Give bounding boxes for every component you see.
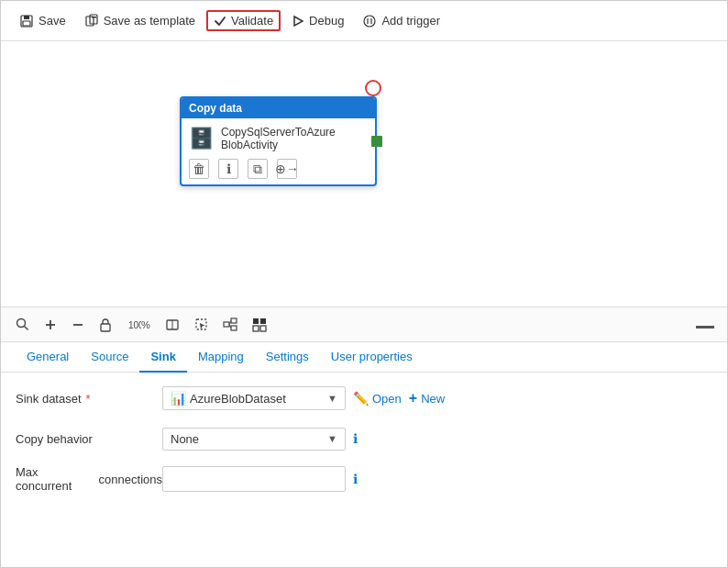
svg-point-8 — [17, 319, 26, 328]
activity-actions: 🗑 ℹ ⧉ ⊕→ — [182, 155, 375, 184]
output-handle[interactable] — [371, 136, 382, 147]
template-icon — [84, 14, 99, 28]
copy-behavior-arrow-icon: ▼ — [327, 433, 337, 444]
zoom-percent: % — [141, 319, 150, 330]
svg-marker-6 — [294, 17, 303, 26]
sink-dataset-dropdown[interactable]: 📊 AzureBlobDataset ▼ — [162, 386, 346, 410]
activity-header: Copy data — [182, 98, 375, 118]
open-dataset-button[interactable]: ✏️ Open — [353, 391, 402, 406]
required-indicator: * — [86, 392, 91, 406]
copy-behavior-info-icon[interactable]: ℹ — [353, 431, 358, 446]
pencil-icon: ✏️ — [353, 391, 369, 406]
svg-point-7 — [364, 16, 375, 27]
save-as-template-button[interactable]: Save as template — [77, 10, 203, 32]
debug-button[interactable]: Debug — [284, 10, 351, 31]
panel-resize-handle[interactable] — [696, 326, 714, 329]
debug-icon — [292, 15, 304, 28]
svg-text:100: 100 — [128, 320, 141, 330]
sink-dataset-controls: 📊 AzureBlobDataset ▼ ✏️ Open + New — [162, 386, 712, 410]
copy-behavior-row: Copy behavior None ▼ ℹ — [16, 424, 712, 453]
svg-rect-13 — [101, 324, 110, 331]
tab-user-properties[interactable]: User properties — [320, 342, 424, 373]
svg-rect-24 — [253, 318, 259, 324]
max-concurrent-info-icon[interactable]: ℹ — [353, 472, 358, 486]
fit-icon: 100 — [127, 317, 141, 332]
connect-action-button[interactable]: ⊕→ — [277, 159, 297, 179]
lock-button[interactable] — [97, 316, 114, 334]
copy-behavior-dropdown[interactable]: None ▼ — [162, 428, 346, 451]
activity-header-label: Copy data — [189, 102, 242, 115]
svg-rect-1 — [24, 16, 29, 19]
sink-dataset-value: AzureBlobDataset — [190, 392, 324, 406]
form-area: Sink dataset * 📊 AzureBlobDataset ▼ ✏️ O… — [1, 373, 727, 516]
select-button[interactable] — [193, 316, 210, 333]
toolbar: Save Save as template Validate Debug Add… — [1, 1, 727, 41]
tab-general[interactable]: General — [16, 342, 80, 373]
svg-rect-25 — [260, 318, 266, 324]
search-button[interactable] — [14, 316, 31, 333]
database-icon: 🗄️ — [189, 128, 214, 149]
validate-button[interactable]: Validate — [206, 10, 281, 31]
minus-icon — [72, 318, 84, 331]
validate-label: Validate — [231, 14, 273, 28]
layout-button[interactable] — [250, 316, 269, 334]
max-concurrent-row: Max concurrent connections ℹ — [16, 464, 712, 494]
tab-mapping[interactable]: Mapping — [187, 342, 255, 373]
activity-body: 🗄️ CopySqlServerToAzure BlobActivity — [182, 118, 375, 155]
search-icon — [16, 317, 29, 331]
save-icon — [19, 14, 34, 28]
mini-toolbar: 100 % — [1, 307, 727, 342]
tab-sink[interactable]: Sink — [139, 342, 186, 373]
start-handle[interactable] — [365, 80, 381, 96]
layout-icon — [252, 317, 267, 332]
svg-rect-27 — [260, 326, 266, 331]
sink-dataset-label: Sink dataset * — [16, 392, 162, 406]
properties-panel: General Source Sink Mapping Settings Use… — [1, 342, 727, 516]
svg-rect-5 — [92, 17, 96, 18]
copy-data-activity[interactable]: Copy data 🗄️ CopySqlServerToAzure BlobAc… — [180, 96, 377, 186]
arrange-icon — [223, 317, 237, 332]
tab-settings[interactable]: Settings — [255, 342, 320, 373]
max-concurrent-input[interactable] — [162, 466, 346, 492]
svg-rect-26 — [253, 326, 259, 331]
delete-action-button[interactable]: 🗑 — [189, 159, 209, 179]
sink-dataset-row: Sink dataset * 📊 AzureBlobDataset ▼ ✏️ O… — [16, 384, 712, 413]
canvas-area[interactable]: Copy data 🗄️ CopySqlServerToAzure BlobAc… — [1, 41, 727, 307]
activity-name: CopySqlServerToAzure BlobActivity — [221, 126, 336, 151]
save-as-template-label: Save as template — [104, 14, 195, 28]
plus-new-icon: + — [409, 390, 417, 407]
fit-page-button[interactable]: 100 % — [125, 316, 152, 334]
dropdown-arrow-icon: ▼ — [327, 393, 337, 404]
select-icon — [194, 317, 208, 331]
tab-source[interactable]: Source — [80, 342, 139, 373]
max-concurrent-label: Max concurrent connections — [16, 465, 162, 493]
debug-label: Debug — [309, 14, 344, 28]
svg-rect-2 — [23, 21, 30, 26]
svg-rect-19 — [224, 322, 229, 327]
add-trigger-button[interactable]: Add trigger — [355, 10, 447, 32]
trigger-icon — [362, 14, 377, 28]
fit-canvas-icon — [165, 317, 180, 332]
validate-icon — [214, 15, 226, 28]
svg-marker-18 — [200, 323, 205, 329]
info-action-button[interactable]: ℹ — [218, 159, 238, 179]
zoom-in-button[interactable] — [42, 317, 59, 333]
add-trigger-label: Add trigger — [381, 14, 440, 28]
new-dataset-button[interactable]: + New — [409, 390, 445, 407]
copy-behavior-controls: None ▼ ℹ — [162, 428, 712, 451]
save-button[interactable]: Save — [12, 10, 73, 32]
plus-icon — [44, 318, 57, 331]
arrange-button[interactable] — [221, 316, 239, 334]
lock-icon — [99, 317, 112, 332]
tabs-bar: General Source Sink Mapping Settings Use… — [1, 342, 727, 373]
save-label: Save — [39, 14, 66, 28]
zoom-out-button[interactable] — [70, 317, 86, 333]
max-concurrent-controls: ℹ — [162, 466, 712, 492]
copy-behavior-label: Copy behavior — [16, 432, 162, 446]
fit-canvas-button[interactable] — [163, 316, 182, 334]
dataset-icon: 📊 — [171, 391, 186, 406]
svg-rect-21 — [231, 326, 237, 330]
copy-action-button[interactable]: ⧉ — [248, 159, 268, 179]
svg-line-9 — [25, 327, 28, 330]
copy-behavior-value: None — [171, 432, 324, 446]
